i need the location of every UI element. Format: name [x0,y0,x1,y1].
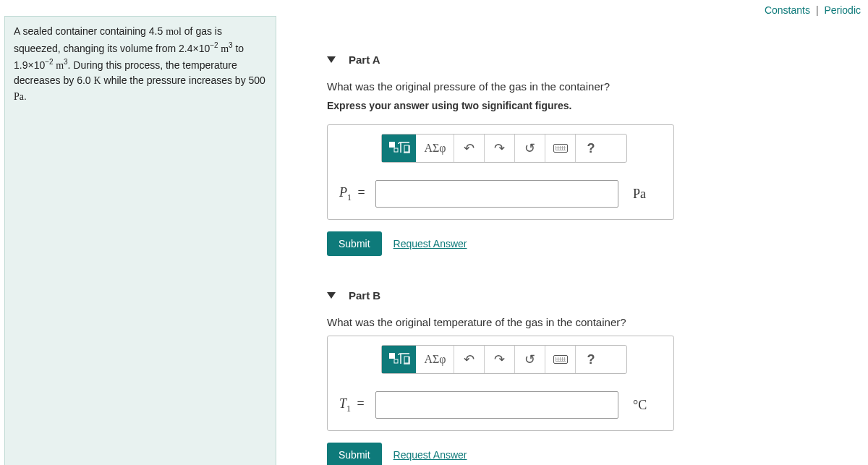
request-answer-link-b[interactable]: Request Answer [393,449,467,461]
parts-column: Part A What was the original pressure of… [276,14,868,465]
separator: | [816,4,819,16]
undo-button[interactable]: ↶ [454,346,485,373]
undo-button[interactable]: ↶ [454,135,485,162]
answer-frame-b: ΑΣφ ↶ ↷ ↺ ? T1 = °C [327,336,674,431]
symbols-button[interactable]: ΑΣφ [417,135,454,162]
help-button[interactable]: ? [576,135,606,162]
equation-toolbar: ΑΣφ ↶ ↷ ↺ ? [381,345,627,374]
keyboard-button[interactable] [545,135,576,162]
submit-button-a[interactable]: Submit [327,231,382,256]
symbols-button[interactable]: ΑΣφ [417,346,454,373]
svg-rect-3 [389,353,395,359]
answer-frame-a: ΑΣφ ↶ ↷ ↺ ? P1 = Pa [327,124,674,220]
collapse-toggle-icon[interactable] [327,56,336,63]
templates-button[interactable] [382,135,417,162]
svg-rect-4 [394,359,398,363]
part-a-title: Part A [349,54,380,66]
problem-statement: A sealed container containing 4.5 mol of… [4,16,276,465]
equation-toolbar: ΑΣφ ↶ ↷ ↺ ? [381,134,627,163]
redo-button[interactable]: ↷ [485,346,515,373]
unit-label: Pa [633,187,662,202]
svg-rect-5 [404,357,409,363]
redo-button[interactable]: ↷ [485,135,515,162]
periodic-table-link[interactable]: Periodic [824,4,861,16]
keyboard-button[interactable] [545,346,576,373]
reset-button[interactable]: ↺ [515,135,545,162]
answer-input-a[interactable] [375,180,618,208]
math-template-icon [388,351,411,368]
variable-label: T1 = [339,396,375,414]
templates-button[interactable] [382,346,417,373]
help-button[interactable]: ? [576,346,606,373]
keyboard-icon [553,144,568,153]
svg-rect-2 [404,145,409,152]
reset-button[interactable]: ↺ [515,346,545,373]
answer-input-b[interactable] [375,391,618,419]
request-answer-link-a[interactable]: Request Answer [393,238,467,249]
part-a: Part A What was the original pressure of… [327,54,868,256]
math-template-icon [388,140,411,157]
svg-rect-0 [389,142,395,148]
unit-label: °C [633,398,662,413]
part-a-question: What was the original pressure of the ga… [327,80,868,93]
constants-link[interactable]: Constants [765,4,810,16]
top-links: Constants | Periodic [765,4,861,16]
svg-rect-1 [394,148,398,152]
submit-button-b[interactable]: Submit [327,443,382,465]
keyboard-icon [553,355,568,364]
part-b-title: Part B [349,289,380,302]
collapse-toggle-icon[interactable] [327,292,336,299]
part-a-instruction: Express your answer using two significan… [327,100,868,111]
part-b-question: What was the original temperature of the… [327,316,868,328]
part-b: Part B What was the original temperature… [327,289,868,465]
variable-label: P1 = [339,185,375,203]
